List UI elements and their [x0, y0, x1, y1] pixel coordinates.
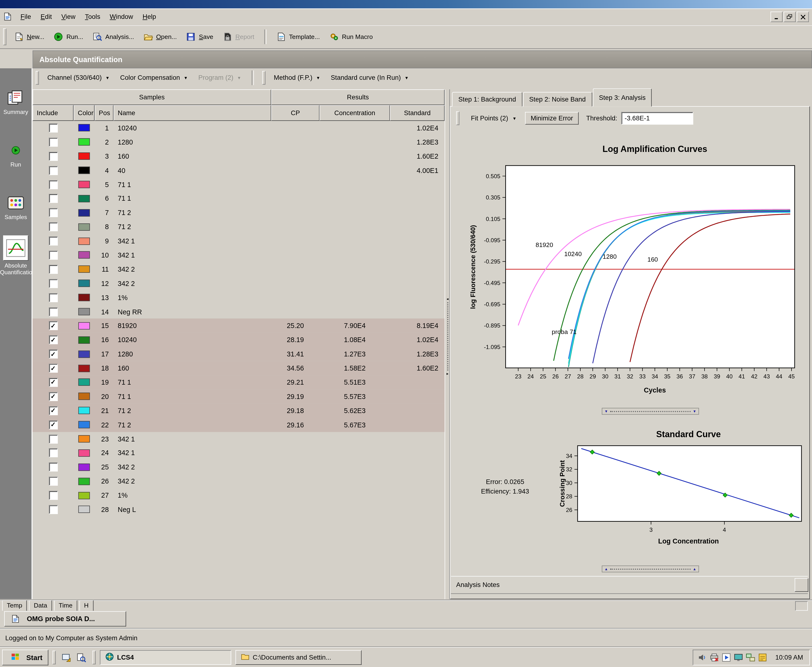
include-checkbox[interactable]: ✓ — [49, 335, 58, 344]
printer-error-icon[interactable] — [709, 652, 719, 662]
include-checkbox[interactable] — [49, 138, 58, 146]
include-checkbox[interactable] — [49, 307, 58, 316]
sidebar-item-summary[interactable]: Summary — [0, 88, 31, 116]
toolbar-button-run-macro[interactable]: Run Macro — [325, 30, 378, 44]
collapse-right-icon[interactable]: ► — [446, 372, 449, 376]
table-row[interactable]: 212801.28E3 — [33, 135, 444, 149]
include-checkbox[interactable] — [49, 123, 58, 132]
collapse-up-icon[interactable]: ▲ — [605, 567, 608, 571]
menu-item-edit[interactable]: Edit — [36, 12, 56, 22]
column-header-name[interactable]: Name — [113, 105, 271, 121]
column-header-color[interactable]: Color — [74, 105, 94, 121]
include-checkbox[interactable] — [49, 505, 58, 514]
include-checkbox[interactable]: ✓ — [49, 392, 58, 401]
toolbar-button-run[interactable]: Run... — [49, 30, 88, 44]
filter-dropdown-channel-530-640[interactable]: Channel (530/640)▼ — [42, 72, 115, 83]
splitter-handle[interactable]: ◄ ► — [446, 297, 449, 376]
table-row[interactable]: 4404.00E1 — [33, 163, 444, 177]
table-row[interactable]: 771 2 — [33, 206, 444, 220]
sidebar-item-absolute-quantification[interactable]: AbsoluteQuantification — [0, 236, 31, 276]
include-checkbox[interactable] — [49, 237, 58, 246]
table-row[interactable]: 25342 2 — [33, 460, 444, 474]
minimize-error-button[interactable]: Minimize Error — [525, 112, 579, 125]
toolbar-grip[interactable] — [3, 28, 6, 45]
samples-group-header[interactable]: Samples — [33, 90, 271, 105]
include-checkbox[interactable]: ✓ — [49, 364, 58, 373]
collapse-left-icon[interactable]: ◄ — [446, 297, 449, 301]
vertical-splitter[interactable]: ◄ ► — [444, 90, 450, 599]
include-checkbox[interactable] — [49, 251, 58, 259]
table-row[interactable]: ✓1816034.561.58E21.60E2 — [33, 361, 444, 375]
include-checkbox[interactable] — [49, 279, 58, 288]
filter-dropdown-program-2[interactable]: Program (2)▼ — [193, 72, 247, 83]
table-row[interactable]: 23342 1 — [33, 432, 444, 446]
tab-step-2-noise-band[interactable]: Step 2: Noise Band — [523, 92, 592, 107]
filterbar-grip-2[interactable] — [262, 71, 265, 85]
toolbar-button-open[interactable]: Open... — [139, 30, 182, 44]
show-desktop-icon[interactable] — [60, 651, 73, 664]
toolbar-button-report[interactable]: Report — [218, 30, 259, 44]
tab-step-1-background[interactable]: Step 1: Background — [452, 92, 522, 107]
taskbar-grip[interactable] — [52, 651, 55, 664]
table-row[interactable]: ✓2071 129.195.57E3 — [33, 389, 444, 403]
analysis-toolbar-grip[interactable] — [456, 111, 459, 125]
scheduler-icon[interactable] — [758, 652, 768, 662]
include-checkbox[interactable] — [49, 180, 58, 189]
network-icon[interactable] — [746, 652, 756, 662]
include-checkbox[interactable] — [49, 265, 58, 274]
table-row[interactable]: 10342 1 — [33, 248, 444, 262]
include-checkbox[interactable]: ✓ — [49, 406, 58, 415]
filter-dropdown-color-compensation[interactable]: Color Compensation▼ — [115, 72, 193, 83]
table-row[interactable]: 571 1 — [33, 178, 444, 192]
results-group-header[interactable]: Results — [271, 90, 444, 105]
analysis-notes-bar[interactable]: Analysis Notes — [451, 576, 808, 594]
include-checkbox[interactable] — [49, 434, 58, 443]
table-row[interactable]: ✓17128031.411.27E31.28E3 — [33, 347, 444, 361]
table-row[interactable]: ✓161024028.191.08E41.02E4 — [33, 333, 444, 347]
sidebar-item-samples[interactable]: Samples — [0, 194, 31, 221]
toolbar-button-save[interactable]: Save — [182, 30, 218, 44]
chart-splitter-top[interactable]: ▼▼ — [602, 408, 699, 415]
table-row[interactable]: ✓1971 129.215.51E3 — [33, 375, 444, 389]
include-checkbox[interactable] — [49, 194, 58, 203]
table-row[interactable]: 131% — [33, 290, 444, 305]
include-checkbox[interactable] — [49, 477, 58, 486]
minimize-icon[interactable] — [771, 12, 783, 22]
menu-item-tools[interactable]: Tools — [80, 12, 105, 22]
filter-dropdown-standard-curve-in-run[interactable]: Standard curve (In Run)▼ — [325, 72, 414, 83]
clipped-tab-h[interactable]: H — [79, 600, 93, 611]
fit-points-dropdown[interactable]: Fit Points (2) ▼ — [467, 113, 521, 124]
table-row[interactable]: 871 2 — [33, 220, 444, 234]
include-checkbox[interactable] — [49, 449, 58, 458]
start-button[interactable]: Start — [2, 650, 48, 665]
sidebar-item-run[interactable]: Run — [0, 141, 31, 168]
task-button-lcs4[interactable]: LCS4 — [99, 650, 231, 665]
include-checkbox[interactable] — [49, 208, 58, 217]
collapse-up-icon[interactable]: ▲ — [693, 567, 696, 571]
column-header-pos[interactable]: Pos — [94, 105, 113, 121]
table-row[interactable]: 9342 1 — [33, 234, 444, 248]
include-checkbox[interactable]: ✓ — [49, 350, 58, 358]
tab-step-3-analysis[interactable]: Step 3: Analysis — [593, 88, 652, 107]
threshold-input[interactable] — [621, 112, 693, 125]
include-checkbox[interactable] — [49, 152, 58, 161]
table-row[interactable]: 1102401.02E4 — [33, 121, 444, 135]
app-icon[interactable] — [3, 12, 13, 22]
taskbar-grip-2[interactable] — [93, 651, 96, 664]
clipped-tab-temp[interactable]: Temp — [2, 600, 27, 611]
table-row[interactable]: ✓158192025.207.90E48.19E4 — [33, 319, 444, 333]
toolbar-button-new[interactable]: New... — [10, 30, 49, 44]
include-checkbox[interactable] — [49, 166, 58, 175]
include-checkbox[interactable]: ✓ — [49, 378, 58, 387]
column-header-cp[interactable]: CP — [271, 105, 320, 121]
menu-item-file[interactable]: File — [16, 12, 36, 22]
search-viewer-icon[interactable] — [75, 651, 88, 664]
volume-icon[interactable] — [698, 652, 708, 662]
collapse-down-icon[interactable]: ▼ — [693, 410, 696, 413]
toolbar-button-analysis[interactable]: Analysis... — [88, 30, 139, 44]
chart-splitter-bottom[interactable]: ▲▲ — [602, 566, 699, 572]
include-checkbox[interactable] — [49, 222, 58, 231]
menu-item-help[interactable]: Help — [138, 12, 161, 22]
filter-dropdown-method-f-p[interactable]: Method (F.P.)▼ — [268, 72, 325, 83]
table-row[interactable]: 671 1 — [33, 192, 444, 206]
